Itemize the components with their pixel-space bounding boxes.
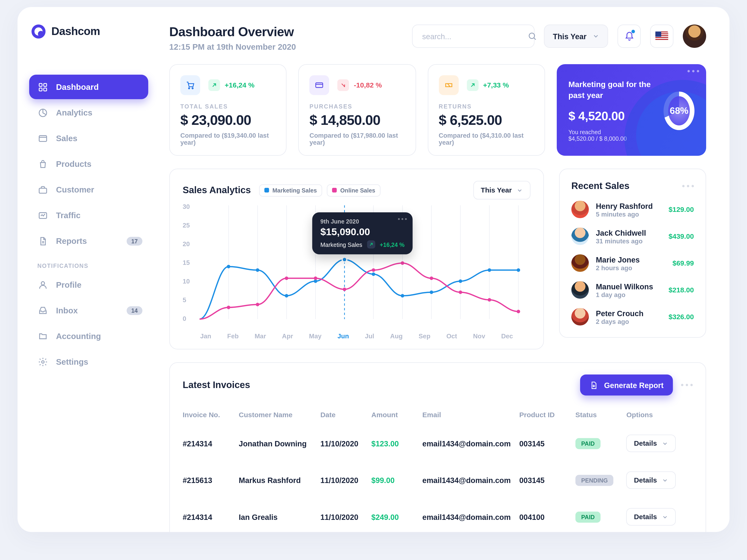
- kpi-subtext: Compared to ($4,310.00 last year): [439, 132, 534, 146]
- th-invoice-no[interactable]: Invoice No.: [183, 405, 239, 425]
- sidebar-item-dashboard[interactable]: Dashboard: [29, 75, 148, 99]
- svg-point-32: [430, 291, 433, 294]
- sidebar-item-customer[interactable]: Customer: [29, 177, 148, 202]
- legend-marketing[interactable]: Marketing Sales: [259, 184, 322, 196]
- svg-point-12: [192, 88, 193, 89]
- svg-point-39: [314, 276, 317, 280]
- sidebar-item-analytics[interactable]: Analytics: [29, 100, 148, 125]
- chevron-down-icon: [662, 513, 668, 520]
- recent-menu-dots-icon[interactable]: [682, 185, 694, 187]
- cell-invoice-no: #214314: [183, 499, 239, 532]
- details-button[interactable]: Details: [626, 435, 675, 452]
- th-email[interactable]: Email: [422, 405, 519, 425]
- recent-sale-row[interactable]: Jack Chidwell31 minutes ago $439.00: [571, 228, 694, 245]
- sidebar-nav-secondary: Profile Inbox 14 Accounting Settings: [29, 272, 148, 374]
- cart-icon: [180, 75, 200, 95]
- sidebar-item-label: Accounting: [56, 331, 101, 341]
- kpi-delta: +16,24 %: [208, 79, 255, 91]
- svg-point-31: [401, 294, 404, 297]
- sidebar-item-inbox[interactable]: Inbox 14: [29, 298, 148, 323]
- locale-button[interactable]: [650, 25, 673, 48]
- avatar: [571, 254, 589, 272]
- sidebar-item-products[interactable]: Products: [29, 152, 148, 176]
- y-tick: 0: [183, 315, 186, 322]
- range-select[interactable]: This Year: [544, 25, 608, 48]
- page-subtitle: 12:15 PM at 19th November 2020: [169, 42, 403, 51]
- sidebar-item-traffic[interactable]: Traffic: [29, 203, 148, 228]
- cell-date: 11/10/2020: [320, 462, 371, 499]
- table-row: #214314 Ian Grealis 11/10/2020 $249.00 e…: [183, 499, 693, 532]
- search-box[interactable]: [412, 25, 535, 48]
- grid-icon: [37, 82, 48, 92]
- y-tick: 30: [183, 203, 190, 210]
- notifications-button[interactable]: [617, 25, 641, 48]
- recent-sale-row[interactable]: Manuel Wilkons1 day ago $218.00: [571, 281, 694, 299]
- th-status[interactable]: Status: [575, 405, 626, 425]
- recent-sale-row[interactable]: Marie Jones2 hours ago $69.99: [571, 254, 694, 272]
- download-icon: [589, 380, 598, 390]
- generate-report-button[interactable]: Generate Report: [580, 374, 673, 396]
- search-input[interactable]: [421, 31, 521, 41]
- sidebar-item-sales[interactable]: Sales: [29, 126, 148, 151]
- svg-rect-2: [39, 88, 42, 90]
- marketing-goal-card: Marketing goal for the past year $ 4,520…: [557, 64, 706, 156]
- kpi-purchases: -10,82 % PURCHASES $ 14,850.00 Compared …: [298, 64, 416, 156]
- recent-sale-row[interactable]: Henry Rashford5 minutes ago $129.00: [571, 201, 694, 218]
- svg-point-43: [430, 276, 433, 280]
- sales-chart[interactable]: 30 25 20 15 10 5 0: [183, 199, 531, 328]
- sidebar-item-label: Inbox: [56, 306, 78, 315]
- th-date[interactable]: Date: [320, 405, 371, 425]
- kpi-value: $ 23,090.00: [180, 112, 276, 128]
- status-badge: PENDING: [575, 475, 614, 486]
- cell-product: 004100: [519, 499, 575, 532]
- sale-amount: $439.00: [669, 232, 694, 240]
- profile-avatar[interactable]: [683, 25, 706, 48]
- sidebar: Dashcom Dashboard Analytics Sales Produc…: [18, 7, 158, 532]
- sidebar-item-reports[interactable]: Reports 17: [29, 229, 148, 253]
- kpi-returns: +7,33 % RETURNS $ 6,525.00 Compared to (…: [428, 64, 545, 156]
- th-amount[interactable]: Amount: [371, 405, 422, 425]
- cell-customer: Markus Rashford: [239, 462, 320, 499]
- sidebar-item-label: Sales: [56, 134, 77, 143]
- invoices-menu-dots-icon[interactable]: [681, 384, 693, 386]
- kpi-label: RETURNS: [439, 103, 534, 110]
- svg-point-34: [488, 268, 491, 272]
- cell-product: 003145: [519, 425, 575, 462]
- details-button[interactable]: Details: [626, 508, 675, 526]
- th-options[interactable]: Options: [626, 405, 693, 425]
- trend-up-icon: [467, 79, 478, 91]
- sale-amount: $326.00: [669, 313, 694, 321]
- sidebar-item-accounting[interactable]: Accounting: [29, 324, 148, 348]
- bag-icon: [37, 159, 48, 169]
- kpi-label: PURCHASES: [310, 103, 405, 110]
- analytics-range-select[interactable]: This Year: [473, 181, 531, 199]
- svg-point-25: [227, 265, 230, 268]
- th-customer[interactable]: Customer Name: [239, 405, 320, 425]
- legend-online[interactable]: Online Sales: [327, 184, 381, 196]
- chevron-down-icon: [662, 477, 668, 483]
- chevron-down-icon: [517, 187, 523, 193]
- sale-name: Marie Jones: [596, 255, 666, 264]
- kpi-subtext: Compared to ($17,980.00 last year): [310, 132, 405, 146]
- file-icon: [37, 236, 48, 246]
- svg-rect-13: [316, 83, 323, 87]
- details-button[interactable]: Details: [626, 471, 675, 489]
- kpi-subtext: Compared to ($19,340.00 last year): [180, 132, 276, 146]
- cell-product: 003145: [519, 462, 575, 499]
- goal-value: $ 4,520.00: [568, 109, 664, 123]
- goal-menu-dots-icon[interactable]: [688, 70, 699, 72]
- svg-point-8: [41, 282, 44, 285]
- sidebar-item-label: Dashboard: [56, 82, 99, 92]
- trend-up-icon: [367, 240, 375, 248]
- brand-name: Dashcom: [51, 25, 100, 38]
- cell-invoice-no: #215613: [183, 462, 239, 499]
- cell-amount: $123.00: [371, 425, 422, 462]
- goal-percent: 68%: [670, 105, 688, 116]
- sidebar-item-profile[interactable]: Profile: [29, 272, 148, 297]
- svg-point-46: [517, 310, 520, 313]
- sidebar-item-settings[interactable]: Settings: [29, 349, 148, 374]
- th-product[interactable]: Product ID: [519, 405, 575, 425]
- svg-point-10: [530, 33, 535, 38]
- recent-sale-row[interactable]: Peter Crouch2 days ago $326.00: [571, 308, 694, 325]
- brand-logo-icon: [31, 25, 46, 38]
